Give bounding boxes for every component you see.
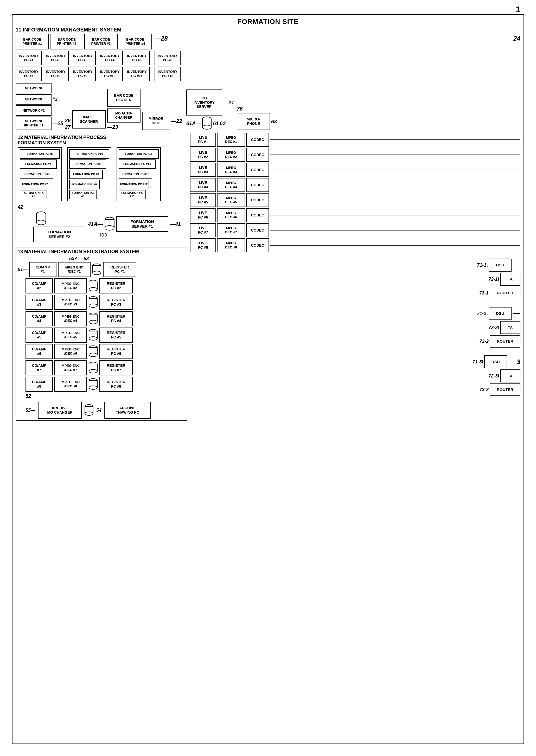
ref-network3: #3 [52, 97, 57, 102]
router-2: ROUTER [490, 335, 520, 347]
bc-printer-2: BAR CODEPRINTER #2 [50, 34, 83, 49]
register-pc-8: REGISTERPC #8 [99, 377, 133, 392]
ref-51: 51— [18, 267, 28, 272]
ref-41A: 41A— [88, 221, 103, 227]
ref-52: 52 [25, 393, 185, 399]
live-pc-5: LIVEPC #5 [190, 193, 216, 207]
sec12-label: 12 MATERIAL INFORMATION PROCESSFORMATION… [18, 135, 185, 146]
ref-41: —41 [170, 221, 181, 227]
codec-3: CODEC [246, 163, 269, 177]
ref-71-3: 71-3\ [473, 359, 483, 365]
disk-2 [88, 280, 98, 292]
cd-amp-6: CD/AMP#6 [25, 344, 53, 359]
svg-point-32 [89, 386, 97, 389]
disk-8 [88, 378, 98, 390]
svg-point-14 [89, 287, 97, 291]
live-pc-6: LIVEPC #6 [190, 208, 216, 222]
codec-7: CODEC [246, 223, 269, 237]
cd-amp-7: CD/AMP#7 [25, 360, 53, 376]
live-pc-1: LIVEPC #1 [190, 133, 216, 147]
ta-3: TA [500, 369, 520, 382]
disk-4 [88, 313, 98, 325]
hdd-label: HDD [98, 233, 108, 238]
cd-inventory-server: CDINVENTORYSERVER [186, 89, 222, 115]
ref-72-2: 72-2\ [488, 325, 499, 330]
register-pc-1: REGISTERPC #1 [103, 262, 136, 277]
archive-mo-changer: ARCHIVEMO CHANGER [38, 402, 82, 419]
bc-printer-4: BAR CODEPRINTER #4 [118, 34, 152, 49]
network-box-3: NETWORK #2 [16, 105, 51, 116]
inv-pc-9: INVENTORYPC #9 [70, 67, 96, 81]
mpeg-enc-7: MPEG ENC/DEC #7 [54, 360, 87, 376]
form-pc-2: FORMATION PC #2 [20, 180, 50, 189]
dsu-2: DSU [489, 307, 512, 320]
mpeg-dec-6: MPEGDEC #6 [217, 208, 245, 222]
mpeg-enc-3: MPEG ENC/DEC #3 [54, 295, 87, 310]
mpeg-enc-6: MPEG ENC/DEC #6 [54, 344, 87, 359]
svg-point-35 [85, 412, 93, 415]
dsu-1: DSU [489, 259, 512, 272]
router-1: ROUTER [490, 287, 520, 299]
cd-amp-4: CD/AMP#4 [25, 311, 53, 326]
form-pc-8: FORMATION PC #8 [69, 170, 103, 179]
mpeg-dec-8: MPEGDEC #8 [217, 238, 245, 252]
disk-3 [88, 296, 98, 308]
disk-1 [92, 264, 101, 276]
sec13-label: 13 MATERIAL INFORMATION REGISTRATION SYS… [18, 249, 185, 254]
svg-point-11 [93, 271, 101, 275]
mpeg-enc-5: MPEG ENC/DEC #5 [54, 328, 87, 343]
ref-76: 76 [237, 106, 243, 112]
dsu-3: DSU [484, 355, 507, 368]
router-3: ROUTER [490, 383, 520, 396]
codec-8: CODEC [246, 238, 269, 252]
ref-3: 3 [517, 358, 520, 366]
ref-73-2: 73-2 [479, 339, 489, 344]
form-pc-14: FORMATION PC #14 [118, 159, 155, 169]
svg-point-8 [105, 226, 114, 230]
codec-2: CODEC [246, 148, 269, 162]
form-pc-13: FORMATION PC #13 [118, 170, 152, 179]
register-pc-2: REGISTERPC #2 [99, 279, 133, 293]
register-pc-3: REGISTERPC #3 [99, 295, 133, 310]
db-cylinder-61A [202, 116, 212, 130]
form-pc-5: FORMATION PC #5 [20, 149, 60, 159]
mpeg-dec-4: MPEGDEC #4 [217, 178, 245, 192]
sec11-label: 11 INFORMATION MANAGEMENT SYSTEM [13, 27, 523, 34]
svg-point-20 [89, 320, 97, 324]
mpeg-enc-1: MPEG ENC/DEC #1 [58, 262, 90, 277]
ref-23: —23 [107, 124, 118, 130]
inv-pc-7: INVENTORYPC #7 [16, 67, 42, 81]
inv-pc-12: INVENTORYPC #12 [154, 67, 181, 81]
inv-pc-10: INVENTORYPC #10 [97, 67, 123, 81]
inv-pc-1: INVENTORYPC #1 [16, 51, 42, 65]
db-cylinder-hdd [104, 217, 115, 231]
mpeg-enc-2: MPEG ENC/DEC #2 [54, 279, 87, 293]
archive-thawing-pc: ARCHIVETHAWING PC [104, 402, 151, 419]
cd-amp-3: CD/AMP#3 [25, 295, 53, 310]
inv-pc-11: INVENTORYPC #11 [124, 67, 150, 81]
bc-printer-3: BAR CODEPRINTER #3 [84, 34, 117, 49]
disk-5 [88, 329, 98, 341]
ta-2: TA [500, 321, 520, 334]
svg-point-26 [89, 353, 97, 357]
page: 1 FORMATION SITE 11 INFORMATION MANAGEME… [0, 0, 536, 756]
bc-printer-1: BAR CODEPRINTER #1 [16, 34, 49, 49]
mo-autochanger: MO AUTO-CHANGER [107, 109, 141, 122]
formation-server-1: FORMATIONSERVER #1 [116, 216, 168, 232]
form-pc-11: FORMATION PC #11 [118, 190, 146, 199]
image-scanner: IMAGESCANNER [72, 110, 106, 128]
form-pc-6: FORMATION PC #6 [69, 190, 96, 199]
ref-24: 24 [513, 35, 520, 42]
bar-code-reader: BAR CODEREADER [107, 89, 141, 107]
codec-1: CODEC [246, 133, 269, 147]
register-pc-7: REGISTERPC #7 [99, 360, 133, 376]
live-pc-4: LIVEPC #4 [190, 178, 216, 192]
form-pc-4: FORMATION PC #4 [20, 159, 57, 169]
ref-21: —21 [223, 100, 234, 106]
network-box-1: NETWORK [16, 83, 51, 93]
ref-63: 63 [271, 118, 277, 125]
disk-6 [88, 345, 98, 357]
ref-25: —25 [52, 120, 63, 126]
live-pc-2: LIVEPC #2 [190, 148, 216, 162]
mirror-disc: MIRRORDISC [142, 112, 170, 130]
